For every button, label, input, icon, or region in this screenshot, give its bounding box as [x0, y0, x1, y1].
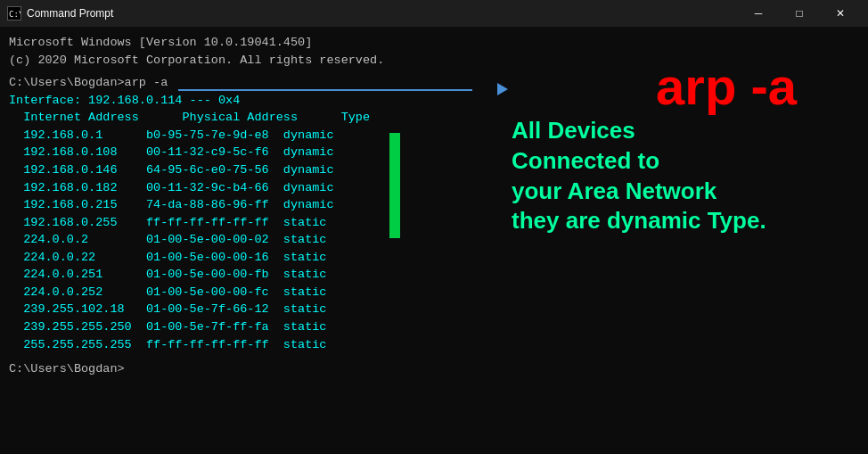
- maximize-button[interactable]: □: [779, 0, 820, 27]
- header-ip: Internet Address: [9, 109, 139, 127]
- header-type: Type: [298, 109, 370, 127]
- annotation-line4: they are dynamic Type.: [512, 206, 841, 236]
- table-row: 224.0.0.252 01-00-5e-00-00-fc static: [9, 284, 859, 301]
- arp-label: arp -a: [656, 61, 797, 112]
- header-mac: Physical Address: [139, 109, 298, 127]
- table-row: 255.255.255.255 ff-ff-ff-ff-ff-ff static: [9, 336, 859, 354]
- final-prompt: C:\Users\Bogdan>: [9, 360, 859, 378]
- window: C:\ Command Prompt ─ □ ✕ Microsoft Windo…: [0, 0, 868, 454]
- version-line: Microsoft Windows [Version 10.0.19041.45…: [9, 34, 859, 52]
- title-bar: C:\ Command Prompt ─ □ ✕: [0, 0, 868, 27]
- annotation-text: All Devices Connected to your Area Netwo…: [512, 116, 841, 236]
- minimize-button[interactable]: ─: [738, 0, 779, 27]
- table-row: 239.255.255.250 01-00-5e-7f-ff-fa static: [9, 318, 859, 336]
- close-button[interactable]: ✕: [820, 0, 861, 27]
- cmd-icon: C:\: [7, 6, 21, 21]
- table-row: 239.255.102.18 01-00-5e-7f-66-12 static: [9, 301, 859, 318]
- annotation-line1: All Devices: [512, 116, 841, 146]
- table-row: 224.0.0.251 01-00-5e-00-00-fb static: [9, 266, 859, 284]
- annotation-line3: your Area Network: [512, 177, 841, 207]
- table-row: 224.0.0.22 01-00-5e-00-00-16 static: [9, 249, 859, 267]
- window-controls: ─ □ ✕: [738, 0, 861, 27]
- green-highlight-bar: [389, 133, 400, 238]
- console-content[interactable]: Microsoft Windows [Version 10.0.19041.45…: [0, 27, 868, 454]
- title-bar-left: C:\ Command Prompt: [7, 6, 113, 21]
- window-title: Command Prompt: [27, 7, 113, 20]
- annotation-line2: Connected to: [512, 146, 841, 177]
- svg-text:C:\: C:\: [9, 10, 20, 19]
